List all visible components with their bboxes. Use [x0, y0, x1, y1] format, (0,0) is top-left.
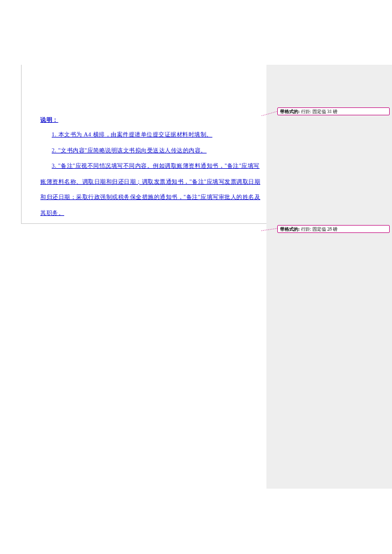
doc-para-2: 2. "文书内容"应简略说明该文书拟向受送达人传达的内容。 [40, 143, 263, 159]
doc-para-1: 1. 本文书为 A4 横排，由案件提请单位提交证据材料时填制。 [40, 127, 263, 143]
callout-label: 带格式的: [280, 109, 300, 114]
callout-label: 带格式的: [280, 227, 300, 232]
callout-text: 行距: 固定值 28 磅 [300, 227, 337, 232]
revisions-panel [266, 65, 392, 489]
callout-connector [261, 227, 277, 232]
doc-heading: 说明： [40, 113, 263, 127]
svg-line-0 [261, 111, 277, 116]
format-callout[interactable]: 带格式的: 行距: 固定值 31 磅 [277, 107, 390, 115]
format-callout[interactable]: 带格式的: 行距: 固定值 28 磅 [277, 225, 390, 233]
doc-para-3: 3. "备注"应视不同情况填写不同内容。例如调取账簿资料通知书，"备注"应填写账… [40, 158, 263, 220]
callout-text: 行距: 固定值 31 磅 [300, 109, 337, 114]
svg-line-1 [261, 228, 277, 231]
callout-connector [261, 111, 277, 116]
document-page: 说明： 1. 本文书为 A4 横排，由案件提请单位提交证据材料时填制。 2. "… [21, 65, 266, 224]
